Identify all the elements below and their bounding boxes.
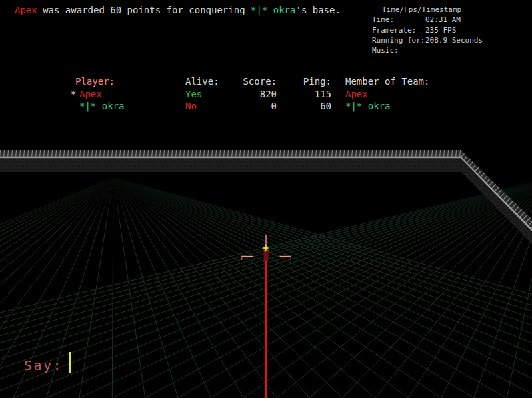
- framerate-value: 235 FPS: [425, 26, 456, 35]
- score-value: 0: [220, 101, 277, 111]
- game-screen: Apex was awarded 60 points for conquerin…: [0, 0, 532, 398]
- header-team: Member of Team:: [345, 76, 429, 87]
- chat-input[interactable]: Say:: [24, 357, 63, 373]
- message-text: was awarded 60 points for conquering: [37, 5, 251, 15]
- player-name: *|* okra: [79, 101, 124, 111]
- chat-prompt: Say:: [24, 357, 63, 373]
- shot-beam: [265, 261, 267, 398]
- self-marker: *: [71, 89, 76, 99]
- info-row-time: Time:02:31 AM: [372, 15, 532, 24]
- info-row-running: Running for:208.9 Seconds: [372, 36, 532, 45]
- message-text-end: 's base.: [295, 5, 340, 15]
- time-label: Time:: [372, 15, 425, 24]
- header-ping: Ping:: [291, 76, 331, 87]
- scene-canvas: [0, 150, 532, 398]
- hud-kill-message: Apex was awarded 60 points for conquerin…: [15, 5, 341, 15]
- team-name: *|* okra: [345, 101, 390, 111]
- team-name: Apex: [345, 89, 368, 99]
- header-alive: Alive:: [185, 76, 219, 87]
- info-row-music: Music:: [372, 46, 532, 55]
- alive-status: No: [185, 101, 197, 111]
- running-value: 208.9 Seconds: [425, 36, 483, 45]
- conquered-player-name: *|* okra: [251, 5, 295, 15]
- running-label: Running for:: [372, 36, 425, 45]
- ping-value: 115: [291, 89, 331, 99]
- framerate-label: Framerate:: [372, 26, 425, 35]
- music-label: Music:: [372, 46, 425, 55]
- time-value: 02:31 AM: [425, 15, 461, 24]
- awarded-player-name: Apex: [15, 5, 37, 15]
- info-row-framerate: Framerate:235 FPS: [372, 26, 532, 35]
- scene-3d-view: [0, 150, 532, 398]
- horizon-fade: [0, 170, 532, 231]
- header-player: Player:: [75, 76, 115, 87]
- alive-status: Yes: [185, 89, 202, 99]
- header-score: Score:: [220, 76, 277, 87]
- ping-value: 60: [291, 101, 331, 111]
- info-panel-title: Time/Fps/Timestamp: [382, 5, 461, 14]
- score-value: 820: [220, 89, 277, 99]
- player-name: Apex: [79, 89, 102, 99]
- chat-cursor: [69, 352, 71, 373]
- front-wall: [0, 150, 462, 172]
